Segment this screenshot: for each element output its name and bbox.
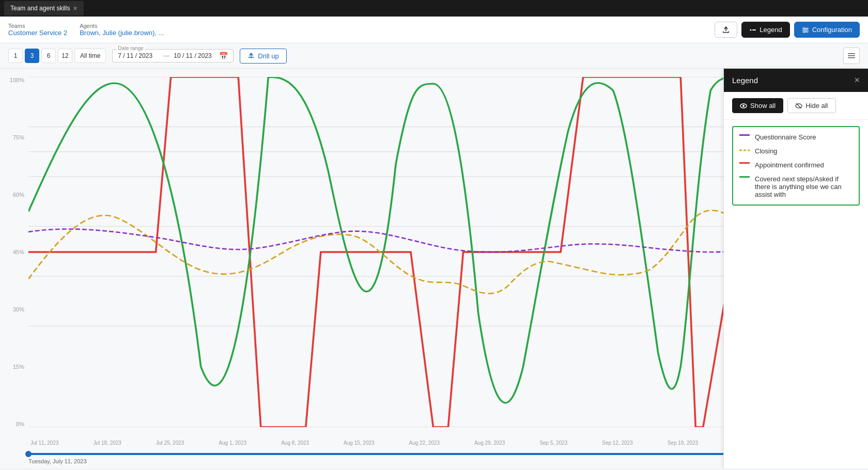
y-axis: 100% 75% 60% 45% 30% 15% 0% xyxy=(0,77,28,427)
date-start-label: Tuesday, July 11, 2023 xyxy=(28,458,87,464)
legend-title: Legend xyxy=(732,76,758,85)
y-label-75: 75% xyxy=(13,134,24,140)
legend-item-questionnaire: Questionnaire Score xyxy=(739,133,853,141)
date-range-label: Date range xyxy=(117,45,144,51)
legend-header: Legend × xyxy=(724,69,868,92)
covered-color xyxy=(739,176,750,178)
all-time-btn[interactable]: All time xyxy=(74,49,106,63)
agents-label: Agents xyxy=(80,23,164,29)
x-label-9: Sep 12, 2023 xyxy=(602,440,633,446)
teams-value[interactable]: Customer Service 2 xyxy=(8,29,67,37)
drill-up-label: Drill up xyxy=(258,52,278,60)
y-label-0: 0% xyxy=(16,421,24,427)
list-icon xyxy=(847,52,856,60)
period-12[interactable]: 12 xyxy=(58,49,72,63)
period-buttons: 1 3 6 12 All time xyxy=(8,49,106,63)
period-6[interactable]: 6 xyxy=(41,49,56,63)
list-view-button[interactable] xyxy=(843,48,860,64)
period-3[interactable]: 3 xyxy=(25,49,39,63)
show-all-button[interactable]: Show all xyxy=(732,98,783,113)
legend-items-box: Questionnaire Score Closing Appointment … xyxy=(732,126,860,206)
timeline-handle-left[interactable] xyxy=(25,451,32,457)
drill-up-icon xyxy=(247,52,255,59)
appointment-color xyxy=(739,162,750,164)
x-label-7: Aug 29, 2023 xyxy=(474,440,505,446)
x-label-0: Jul 11, 2023 xyxy=(30,440,59,446)
show-all-label: Show all xyxy=(750,102,776,109)
svg-point-0 xyxy=(750,29,752,30)
period-1[interactable]: 1 xyxy=(8,49,23,63)
agents-value[interactable]: Brown, Julie (julie.brown), ... xyxy=(80,29,164,37)
y-label-45: 45% xyxy=(13,249,24,255)
questionnaire-label: Questionnaire Score xyxy=(755,133,816,141)
x-label-2: Jul 25, 2023 xyxy=(156,440,184,446)
svg-rect-10 xyxy=(848,57,855,58)
date-from-input[interactable] xyxy=(118,52,159,59)
svg-point-5 xyxy=(803,27,804,29)
x-label-4: Aug 8, 2023 xyxy=(281,440,309,446)
export-icon xyxy=(722,26,730,34)
svg-point-6 xyxy=(805,29,807,30)
main-content: 100% 75% 60% 45% 30% 15% 0% xyxy=(0,69,868,468)
legend-button[interactable]: Legend xyxy=(741,22,789,38)
export-button[interactable] xyxy=(715,22,737,38)
eye-icon xyxy=(740,102,747,109)
tab-bar: Team and agent skills × xyxy=(0,0,868,17)
covered-label: Covered next steps/Asked if there is any… xyxy=(755,175,853,198)
controls-bar: 1 3 6 12 All time Date range — 📅 Drill u… xyxy=(0,43,868,69)
legend-icon xyxy=(749,26,756,34)
svg-rect-9 xyxy=(848,55,855,56)
tab-team-agent-skills[interactable]: Team and agent skills × xyxy=(4,1,84,15)
legend-actions: Show all Hide all xyxy=(724,92,868,120)
x-label-1: Jul 18, 2023 xyxy=(93,440,121,446)
x-label-5: Aug 15, 2023 xyxy=(344,440,375,446)
closing-label: Closing xyxy=(755,147,777,155)
y-label-30: 30% xyxy=(13,306,24,312)
teams-label: Teams xyxy=(8,23,67,29)
y-label-15: 15% xyxy=(13,364,24,370)
config-button-label: Configuration xyxy=(812,26,852,34)
eye-off-icon xyxy=(795,102,802,109)
agents-filter: Agents Brown, Julie (julie.brown), ... xyxy=(80,23,164,37)
x-label-8: Sep 5, 2023 xyxy=(539,440,567,446)
legend-item-closing: Closing xyxy=(739,147,853,155)
x-label-10: Sep 19, 2023 xyxy=(668,440,699,446)
date-to-input[interactable] xyxy=(174,52,215,59)
hide-all-label: Hide all xyxy=(805,102,828,109)
svg-point-21 xyxy=(742,105,745,107)
teams-filter: Teams Customer Service 2 xyxy=(8,23,67,37)
legend-panel: Legend × Show all Hide all xyxy=(723,69,868,468)
drill-up-button[interactable]: Drill up xyxy=(240,49,286,64)
date-range-picker[interactable]: Date range — 📅 xyxy=(112,49,234,62)
appointment-label: Appointment confirmed xyxy=(755,161,824,169)
date-range-separator: — xyxy=(163,52,169,59)
y-label-100: 100% xyxy=(10,77,24,83)
calendar-icon[interactable]: 📅 xyxy=(219,52,228,60)
tab-close-icon[interactable]: × xyxy=(73,5,77,12)
svg-point-7 xyxy=(803,31,805,33)
y-label-60: 60% xyxy=(13,192,24,198)
closing-line-icon xyxy=(739,148,750,152)
x-label-6: Aug 22, 2023 xyxy=(409,440,440,446)
config-icon xyxy=(802,26,809,34)
legend-button-label: Legend xyxy=(760,26,782,34)
x-label-3: Aug 1, 2023 xyxy=(219,440,246,446)
top-bar: Teams Customer Service 2 Agents Brown, J… xyxy=(0,17,868,43)
hide-all-button[interactable]: Hide all xyxy=(787,98,835,113)
configuration-button[interactable]: Configuration xyxy=(794,22,860,38)
legend-item-appointment: Appointment confirmed xyxy=(739,161,853,169)
legend-close-button[interactable]: × xyxy=(854,75,860,86)
questionnaire-color xyxy=(739,134,750,136)
tab-label: Team and agent skills xyxy=(10,5,70,12)
legend-item-covered: Covered next steps/Asked if there is any… xyxy=(739,175,853,198)
top-bar-actions: Legend Configuration xyxy=(715,22,860,38)
svg-rect-8 xyxy=(848,53,855,54)
top-bar-filters: Teams Customer Service 2 Agents Brown, J… xyxy=(8,23,164,37)
svg-rect-1 xyxy=(752,29,756,30)
controls-inner: 1 3 6 12 All time Date range — 📅 Drill u… xyxy=(8,48,860,64)
